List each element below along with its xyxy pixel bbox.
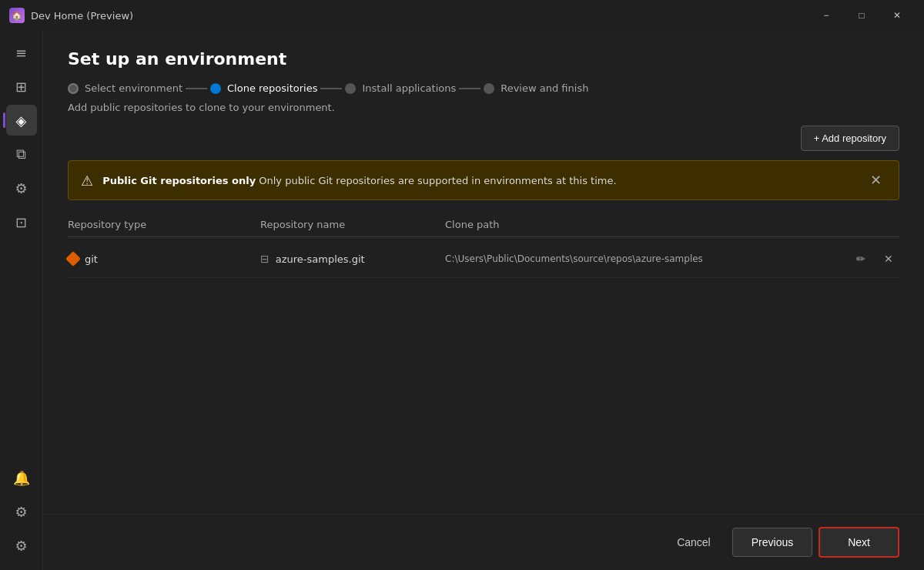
sidebar-item-plugins[interactable]: ⚙ (6, 496, 37, 527)
maximize-button[interactable]: □ (844, 3, 879, 28)
minimize-button[interactable]: − (808, 3, 844, 28)
page-title: Set up an environment (68, 49, 899, 69)
repository-table: Repository type Repository name Clone pa… (68, 213, 899, 278)
app-body: ≡ ⊞ ◈ ⧉ ⚙ ⊡ 🔔 ⚙ ⚙ Set up an environment … (0, 31, 924, 570)
previous-button[interactable]: Previous (732, 528, 812, 557)
path-cell: C:\Users\Public\Documents\source\repos\a… (445, 248, 899, 270)
step-label-3: Install applications (362, 82, 456, 94)
step-connector-3 (459, 88, 480, 89)
type-label: git (85, 253, 98, 265)
stepper: Select environment Clone repositories In… (68, 82, 899, 94)
sidebar-item-extensions[interactable]: ⧉ (6, 139, 37, 169)
sidebar-item-notifications[interactable]: 🔔 (6, 462, 37, 493)
git-diamond-icon (65, 251, 81, 267)
titlebar-left: 🏠 Dev Home (Preview) (9, 8, 133, 23)
sidebar: ≡ ⊞ ◈ ⧉ ⚙ ⊡ 🔔 ⚙ ⚙ (0, 31, 43, 570)
step-circle-3 (345, 83, 356, 94)
warning-icon: ⚠ (81, 173, 93, 189)
step-review-finish: Review and finish (484, 82, 588, 94)
step-label-1: Select environment (85, 82, 182, 94)
footer: Cancel Previous Next (43, 514, 924, 570)
repo-name: azure-samples.git (276, 253, 365, 265)
sidebar-item-dashboard[interactable]: ⊞ (6, 71, 37, 102)
name-cell: ⊟ azure-samples.git (260, 253, 445, 265)
step-select-environment: Select environment (68, 82, 182, 94)
edit-path-button[interactable]: ✏ (850, 248, 872, 270)
step-circle-1 (68, 83, 79, 94)
titlebar: 🏠 Dev Home (Preview) − □ ✕ (0, 0, 924, 31)
warning-text: Public Git repositories only Only public… (102, 175, 856, 186)
page-subtitle: Add public repositories to clone to your… (68, 102, 899, 113)
table-header: Repository type Repository name Clone pa… (68, 213, 899, 237)
next-button[interactable]: Next (819, 527, 899, 558)
step-connector-2 (320, 88, 342, 89)
col-header-path: Clone path (445, 219, 899, 230)
app-icon: 🏠 (9, 8, 25, 23)
main-content: Set up an environment Select environment… (43, 31, 924, 570)
sidebar-item-packages[interactable]: ⊡ (6, 206, 37, 237)
table-row: git ⊟ azure-samples.git C:\Users\Public\… (68, 240, 899, 278)
page-header: Set up an environment Select environment… (43, 31, 924, 126)
step-circle-4 (484, 83, 494, 94)
clone-path-text: C:\Users\Public\Documents\source\repos\a… (445, 253, 844, 264)
sidebar-item-menu[interactable]: ≡ (6, 37, 37, 68)
step-circle-2 (210, 83, 221, 94)
step-clone-repos: Clone repositories (210, 82, 317, 94)
col-header-type: Repository type (68, 219, 260, 230)
step-connector-1 (186, 88, 207, 89)
warning-message: Only public Git repositories are support… (259, 175, 616, 186)
warning-bold-text: Public Git repositories only (102, 175, 256, 186)
sidebar-item-environments[interactable]: ◈ (6, 105, 37, 136)
col-header-name: Repository name (260, 219, 445, 230)
step-label-4: Review and finish (500, 82, 588, 94)
warning-banner: ⚠ Public Git repositories only Only publ… (68, 160, 899, 200)
window-controls: − □ ✕ (808, 3, 915, 28)
repo-icon: ⊟ (260, 253, 270, 265)
type-cell: git (68, 253, 260, 265)
remove-row-button[interactable]: ✕ (878, 248, 899, 270)
app-title: Dev Home (Preview) (31, 10, 133, 22)
close-button[interactable]: ✕ (879, 3, 915, 28)
step-install-apps: Install applications (345, 82, 456, 94)
cancel-button[interactable]: Cancel (661, 528, 726, 556)
add-repository-button[interactable]: + Add repository (801, 126, 899, 151)
warning-close-button[interactable]: ✕ (865, 170, 886, 190)
toolbar-row: + Add repository (43, 126, 924, 160)
sidebar-item-cog[interactable]: ⚙ (6, 173, 37, 203)
step-label-2: Clone repositories (227, 82, 317, 94)
sidebar-item-settings[interactable]: ⚙ (6, 530, 37, 561)
